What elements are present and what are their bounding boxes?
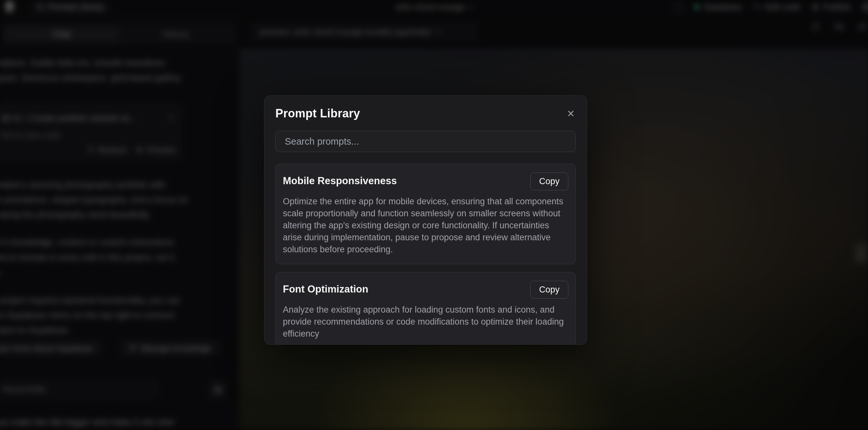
prompt-library-modal: Prompt Library × Mobile Responsiveness C…: [264, 95, 587, 345]
prompt-list: Mobile Responsiveness Copy Optimize the …: [275, 164, 576, 345]
prompt-description: Optimize the entire app for mobile devic…: [283, 195, 568, 255]
close-icon[interactable]: ×: [566, 108, 576, 120]
copy-button[interactable]: Copy: [530, 281, 568, 299]
modal-title: Prompt Library: [275, 107, 360, 120]
prompt-description: Analyze the existing approach for loadin…: [283, 304, 568, 340]
prompt-card-font-optimization: Font Optimization Copy Analyze the exist…: [275, 272, 576, 345]
prompt-card-mobile-responsiveness: Mobile Responsiveness Copy Optimize the …: [275, 164, 576, 264]
search-input[interactable]: [275, 131, 576, 152]
prompt-title: Font Optimization: [283, 281, 368, 295]
prompt-title: Mobile Responsiveness: [283, 173, 397, 187]
app-window: Prompt Library artic-cloud-voyage ▾ Supa…: [0, 0, 868, 430]
copy-button[interactable]: Copy: [530, 173, 568, 190]
